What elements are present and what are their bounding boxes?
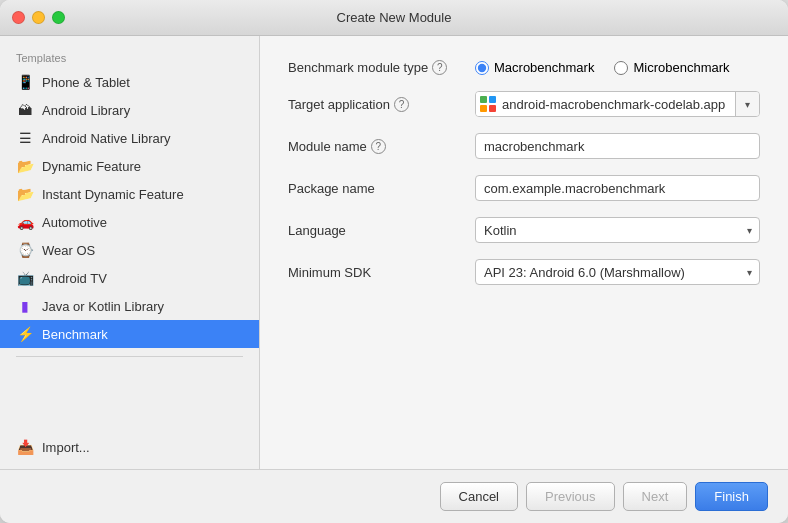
target-application-label: Target application ? (288, 97, 463, 112)
microbenchmark-option[interactable]: Microbenchmark (614, 60, 729, 75)
main-panel: Benchmark module type ? Macrobenchmark M… (260, 36, 788, 469)
benchmark-module-type-row: Benchmark module type ? Macrobenchmark M… (288, 60, 760, 75)
sidebar-item-java-kotlin-library[interactable]: ▮ Java or Kotlin Library (0, 292, 259, 320)
macrobenchmark-radio[interactable] (475, 61, 489, 75)
close-button[interactable] (12, 11, 25, 24)
target-app-wrapper[interactable]: android-macrobenchmark-codelab.app ▾ (475, 91, 760, 117)
sidebar-item-label: Dynamic Feature (42, 159, 141, 174)
content: Templates 📱 Phone & Tablet 🏔 Android Lib… (0, 36, 788, 469)
svg-rect-1 (489, 96, 496, 103)
android-tv-icon: 📺 (16, 269, 34, 287)
sidebar-item-android-native-library[interactable]: ☰ Android Native Library (0, 124, 259, 152)
module-type-radio-group: Macrobenchmark Microbenchmark (475, 60, 760, 75)
dynamic-feature-icon: 📂 (16, 157, 34, 175)
instant-dynamic-icon: 📂 (16, 185, 34, 203)
sidebar-item-benchmark[interactable]: ⚡ Benchmark (0, 320, 259, 348)
cancel-button[interactable]: Cancel (440, 482, 518, 511)
sidebar-item-android-tv[interactable]: 📺 Android TV (0, 264, 259, 292)
next-button[interactable]: Next (623, 482, 688, 511)
sidebar-item-label: Automotive (42, 215, 107, 230)
module-name-label: Module name ? (288, 139, 463, 154)
minimum-sdk-select[interactable]: API 21: Android 5.0 (Lollipop) API 22: A… (475, 259, 760, 285)
target-app-dropdown[interactable]: ▾ (735, 92, 759, 116)
package-name-control (475, 175, 760, 201)
android-library-icon: 🏔 (16, 101, 34, 119)
sidebar-item-label: Import... (42, 440, 90, 455)
sidebar-item-label: Instant Dynamic Feature (42, 187, 184, 202)
titlebar-buttons (12, 11, 65, 24)
sidebar-item-phone-tablet[interactable]: 📱 Phone & Tablet (0, 68, 259, 96)
sidebar-item-android-library[interactable]: 🏔 Android Library (0, 96, 259, 124)
minimize-button[interactable] (32, 11, 45, 24)
java-kotlin-icon: ▮ (16, 297, 34, 315)
language-label: Language (288, 223, 463, 238)
microbenchmark-label: Microbenchmark (633, 60, 729, 75)
macrobenchmark-label: Macrobenchmark (494, 60, 594, 75)
module-name-help[interactable]: ? (371, 139, 386, 154)
module-name-control (475, 133, 760, 159)
svg-rect-0 (480, 96, 487, 103)
sidebar-item-automotive[interactable]: 🚗 Automotive (0, 208, 259, 236)
target-application-help[interactable]: ? (394, 97, 409, 112)
sidebar-item-import[interactable]: 📥 Import... (0, 433, 259, 461)
module-name-input[interactable] (475, 133, 760, 159)
sidebar-bottom: 📥 Import... (0, 433, 259, 469)
target-app-text: android-macrobenchmark-codelab.app (500, 97, 735, 112)
sidebar-item-label: Android Library (42, 103, 130, 118)
svg-rect-3 (489, 105, 496, 112)
wear-os-icon: ⌚ (16, 241, 34, 259)
benchmark-icon: ⚡ (16, 325, 34, 343)
language-select[interactable]: Kotlin Java (475, 217, 760, 243)
benchmark-module-type-label: Benchmark module type ? (288, 60, 463, 75)
sidebar-item-label: Phone & Tablet (42, 75, 130, 90)
package-name-label: Package name (288, 181, 463, 196)
benchmark-module-type-help[interactable]: ? (432, 60, 447, 75)
sidebar-divider (16, 356, 243, 357)
minimum-sdk-control: API 21: Android 5.0 (Lollipop) API 22: A… (475, 259, 760, 285)
target-app-icon (476, 92, 500, 116)
minimum-sdk-row: Minimum SDK API 21: Android 5.0 (Lollipo… (288, 259, 760, 285)
target-application-row: Target application ? andr (288, 91, 760, 117)
window: Create New Module Templates 📱 Phone & Ta… (0, 0, 788, 523)
microbenchmark-radio[interactable] (614, 61, 628, 75)
window-title: Create New Module (337, 10, 452, 25)
automotive-icon: 🚗 (16, 213, 34, 231)
minimum-sdk-label: Minimum SDK (288, 265, 463, 280)
sidebar-item-instant-dynamic-feature[interactable]: 📂 Instant Dynamic Feature (0, 180, 259, 208)
svg-rect-2 (480, 105, 487, 112)
package-name-input[interactable] (475, 175, 760, 201)
titlebar: Create New Module (0, 0, 788, 36)
sidebar-item-label: Wear OS (42, 243, 95, 258)
package-name-row: Package name (288, 175, 760, 201)
import-icon: 📥 (16, 438, 34, 456)
sidebar-section-label: Templates (0, 44, 259, 68)
language-row: Language Kotlin Java ▾ (288, 217, 760, 243)
language-control: Kotlin Java ▾ (475, 217, 760, 243)
maximize-button[interactable] (52, 11, 65, 24)
sidebar-item-label: Android TV (42, 271, 107, 286)
sidebar-item-label: Benchmark (42, 327, 108, 342)
sidebar-item-label: Java or Kotlin Library (42, 299, 164, 314)
sidebar: Templates 📱 Phone & Tablet 🏔 Android Lib… (0, 36, 260, 469)
finish-button[interactable]: Finish (695, 482, 768, 511)
sidebar-item-label: Android Native Library (42, 131, 171, 146)
android-native-icon: ☰ (16, 129, 34, 147)
macrobenchmark-option[interactable]: Macrobenchmark (475, 60, 594, 75)
sidebar-item-wear-os[interactable]: ⌚ Wear OS (0, 236, 259, 264)
previous-button[interactable]: Previous (526, 482, 615, 511)
sidebar-item-dynamic-feature[interactable]: 📂 Dynamic Feature (0, 152, 259, 180)
phone-tablet-icon: 📱 (16, 73, 34, 91)
target-application-control: android-macrobenchmark-codelab.app ▾ (475, 91, 760, 117)
module-name-row: Module name ? (288, 133, 760, 159)
bottom-bar: Cancel Previous Next Finish (0, 469, 788, 523)
